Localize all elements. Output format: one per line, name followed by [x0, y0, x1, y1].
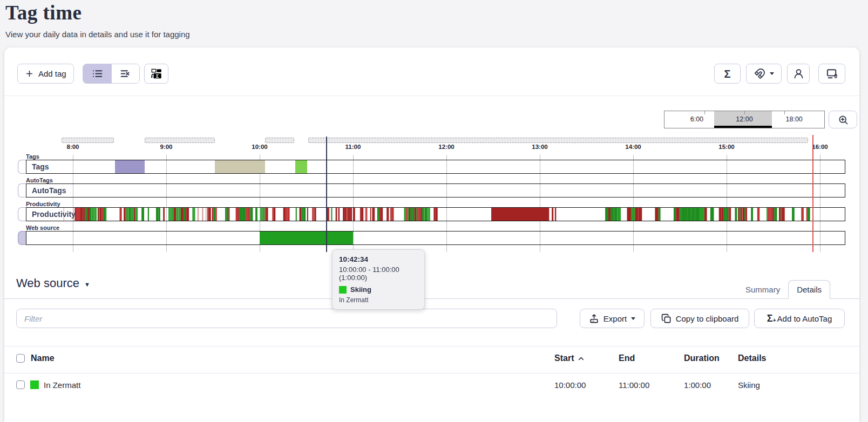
list-view-button[interactable]: [83, 64, 111, 83]
timeline-row-autotags[interactable]: AutoTags: [26, 183, 845, 198]
column-header-name[interactable]: Name: [31, 353, 55, 363]
copy-label: Copy to clipboard: [676, 314, 739, 323]
productivity-barcode[interactable]: [26, 208, 845, 221]
untagged-range-marker[interactable]: [265, 138, 294, 143]
user-button[interactable]: [787, 64, 810, 84]
tooltip-tag-line: Skiing: [339, 285, 418, 294]
hour-label: 13:00: [532, 144, 547, 150]
column-header-start[interactable]: Start: [554, 353, 585, 363]
timeline-block[interactable]: [295, 160, 307, 173]
section-title-label: Web source: [16, 276, 79, 290]
copy-to-clipboard-button[interactable]: Copy to clipboard: [650, 309, 749, 328]
device-button[interactable]: 0: [818, 64, 845, 84]
svg-text:Σ: Σ: [155, 73, 159, 78]
column-header-details[interactable]: Details: [738, 353, 766, 363]
hour-label: 12:00: [438, 144, 454, 150]
day-overview[interactable]: 6:00 12:00 18:00: [664, 111, 825, 128]
user-icon: [793, 68, 804, 79]
tag-color-swatch: [339, 286, 347, 294]
row-group-label: Productivity: [26, 201, 60, 207]
current-time-line: [812, 135, 813, 252]
zoom-in-button[interactable]: [829, 111, 857, 128]
row-handle[interactable]: [18, 183, 26, 198]
row-label: AutoTags: [32, 184, 66, 197]
section-title[interactable]: Web source ▼: [16, 276, 90, 290]
chevron-down-icon: [770, 72, 774, 75]
main-panel: Add tag Σ Σ: [4, 47, 859, 422]
export-label: Export: [603, 314, 627, 323]
export-button[interactable]: Export: [580, 309, 645, 328]
add-to-autotag-button[interactable]: Σ+ Add to AutoTag: [754, 309, 845, 328]
add-tag-label: Add tag: [38, 69, 66, 78]
row-label: Productivity: [32, 208, 76, 221]
timeline-row-productivity[interactable]: Productivity: [26, 207, 845, 221]
select-all-checkbox[interactable]: [16, 354, 25, 363]
column-header-duration[interactable]: Duration: [684, 353, 720, 363]
tabs: Summary Details: [737, 280, 830, 299]
cell-details: Skiing: [738, 380, 760, 390]
overview-tick: [744, 111, 745, 114]
timeline-block[interactable]: [260, 232, 353, 244]
timeline: 8:009:0010:0011:0012:0013:0014:0015:0016…: [4, 47, 859, 422]
tab-details[interactable]: Details: [788, 280, 830, 299]
column-header-end[interactable]: End: [619, 353, 635, 363]
plus-icon: [25, 69, 34, 78]
overview-label-6: 6:00: [690, 115, 703, 123]
overview-label-18: 18:00: [786, 115, 803, 123]
overview-label-12: 12:00: [736, 115, 752, 123]
tooltip-tag: Skiing: [350, 285, 371, 294]
row-checkbox[interactable]: [16, 380, 25, 389]
table-top-divider: [4, 346, 859, 346]
page-subtitle: View your daily data in details and use …: [5, 30, 190, 39]
tab-summary[interactable]: Summary: [737, 280, 788, 299]
section-divider: [4, 298, 859, 299]
timeline-block[interactable]: [215, 160, 265, 173]
row-group-label: Tags: [26, 153, 39, 160]
hour-label: 9:00: [160, 144, 172, 150]
merge-tags-button[interactable]: Σ: [144, 64, 168, 84]
untagged-range-marker[interactable]: [62, 138, 114, 143]
filter-input[interactable]: [16, 309, 557, 328]
overview-tick: [784, 111, 785, 114]
untagged-range-marker[interactable]: [308, 138, 808, 143]
row-handle-selected[interactable]: [18, 231, 26, 245]
cell-start: 10:00:00: [554, 380, 586, 390]
overview-tick: [704, 111, 705, 114]
page-title: Tag time: [5, 1, 190, 24]
untagged-range-marker[interactable]: [145, 138, 215, 143]
zoom-in-icon: [838, 114, 849, 125]
svg-text:0: 0: [834, 73, 837, 79]
add-tag-button[interactable]: Add tag: [17, 64, 74, 84]
timeline-block[interactable]: [115, 160, 145, 173]
page: Tag time View your daily data in details…: [0, 0, 868, 422]
timeline-row-tags[interactable]: Tags: [26, 160, 845, 174]
hour-label: 16:00: [812, 144, 828, 150]
list-x-icon: [120, 68, 131, 79]
hour-label: 10:00: [252, 144, 267, 150]
overview-selection-bar: [714, 126, 772, 128]
cursor-line: [326, 137, 327, 252]
row-group-label: Web source: [26, 224, 59, 231]
sigma-plus-icon: Σ+: [767, 314, 773, 323]
autotag-magnet-button[interactable]: [746, 64, 782, 84]
cell-duration: 1:00:00: [684, 380, 711, 390]
tooltip-note: In Zermatt: [339, 296, 418, 304]
cell-end: 11:00:00: [619, 380, 649, 390]
row-group-label: AutoTags: [26, 177, 53, 183]
sum-button[interactable]: Σ: [714, 64, 741, 84]
autotag-label: Add to AutoTag: [777, 314, 832, 323]
row-label: Tags: [32, 160, 49, 173]
row-handle[interactable]: [18, 160, 26, 174]
timeline-row-websource[interactable]: [26, 231, 845, 245]
tooltip-time: 10:42:34: [339, 255, 418, 263]
magnet-icon: [754, 68, 765, 79]
toolbar-divider: [4, 96, 859, 96]
list-remove-view-button[interactable]: [111, 64, 139, 83]
row-handle[interactable]: [18, 207, 26, 221]
timeline-tooltip: 10:42:34 10:00:00 - 11:00:00 (1:00:00) S…: [332, 249, 425, 310]
row-color-swatch: [30, 380, 39, 389]
hour-label: 11:00: [345, 144, 361, 150]
copy-icon: [661, 314, 672, 324]
export-icon: [589, 314, 599, 324]
view-toggle-group: [83, 64, 140, 84]
